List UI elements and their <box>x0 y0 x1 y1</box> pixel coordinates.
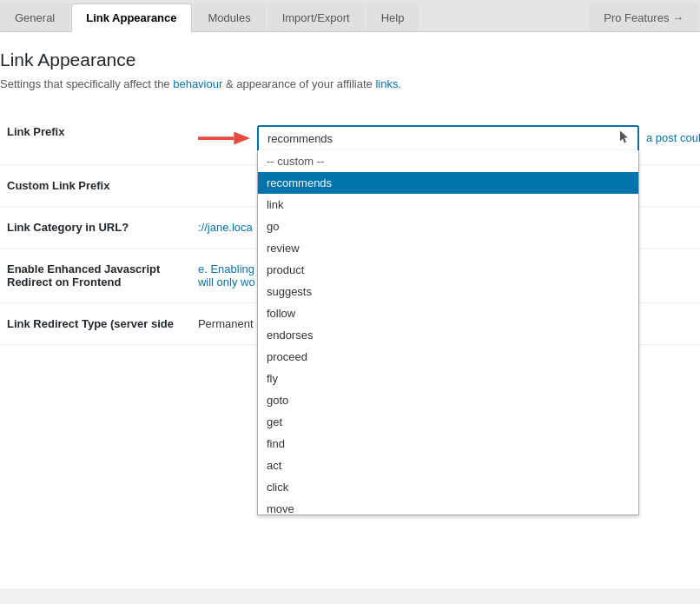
links-link[interactable]: links <box>375 77 398 90</box>
dropdown-item-act[interactable]: act <box>258 455 638 476</box>
red-arrow-icon <box>198 128 250 149</box>
page-content: Link Appearance Settings that specifical… <box>0 32 700 588</box>
dropdown-item-go[interactable]: go <box>258 216 638 237</box>
dropdown-item-fly[interactable]: fly <box>258 368 638 389</box>
description-text-1: Settings that specifically affect the <box>0 77 173 90</box>
link-redirect-type-label: Link Redirect Type (server side <box>0 303 191 345</box>
enhanced-javascript-right-text: e. Enabling will only wo <box>198 262 255 289</box>
dropdown-item-recommends[interactable]: recommends <box>258 172 638 194</box>
link-prefix-field: recommends -- custom -- <box>191 111 700 165</box>
tab-pro-features[interactable]: Pro Features → <box>589 3 698 31</box>
dropdown-item-move[interactable]: move <box>258 498 638 515</box>
description-text-2: & appearance of your affiliate <box>222 77 375 90</box>
link-prefix-right-text: a post coul <box>646 131 700 144</box>
svg-marker-1 <box>234 131 250 144</box>
link-category-label: Link Category in URL? <box>0 207 191 249</box>
link-category-right-text: ://jane.loca <box>198 221 253 234</box>
enhanced-javascript-label: Enable Enhanced Javascript Redirect on F… <box>0 249 191 303</box>
dropdown-item-goto[interactable]: goto <box>258 389 638 411</box>
behaviour-link[interactable]: behaviour <box>173 77 222 90</box>
custom-link-prefix-label: Custom Link Prefix <box>0 165 191 207</box>
link-prefix-select[interactable]: recommends <box>257 125 639 150</box>
dropdown-item-find[interactable]: find <box>258 433 638 455</box>
page-description: Settings that specifically affect the be… <box>0 77 686 90</box>
dropdown-item-proceed[interactable]: proceed <box>258 346 638 368</box>
link-prefix-select-wrapper[interactable]: recommends -- custom -- <box>257 125 639 150</box>
dropdown-item-click[interactable]: click <box>258 476 638 498</box>
tab-import-export[interactable]: Import/Export <box>267 3 365 31</box>
dropdown-item-link[interactable]: link <box>258 194 638 216</box>
dropdown-item-endorses[interactable]: endorses <box>258 324 638 346</box>
tab-modules[interactable]: Modules <box>194 3 266 31</box>
dropdown-item-custom[interactable]: -- custom -- <box>258 150 638 172</box>
page-title: Link Appearance <box>0 50 686 70</box>
link-prefix-label: Link Prefix <box>0 111 191 165</box>
link-prefix-row: Link Prefix recommends <box>0 111 700 165</box>
select-current-value: recommends <box>267 132 333 145</box>
dropdown-item-follow[interactable]: follow <box>258 302 638 324</box>
dropdown-item-review[interactable]: review <box>258 237 638 259</box>
description-text-3: . <box>398 77 401 90</box>
arrow-container: recommends -- custom -- <box>198 125 700 150</box>
dropdown-item-product[interactable]: product <box>258 259 638 281</box>
settings-table: Link Prefix recommends <box>0 111 700 345</box>
dropdown-item-get[interactable]: get <box>258 411 638 433</box>
dropdown-item-suggests[interactable]: suggests <box>258 281 638 302</box>
link-redirect-type-value: Permanent <box>198 317 254 330</box>
tab-bar: General Link Appearance Modules Import/E… <box>0 0 700 32</box>
tab-help[interactable]: Help <box>367 3 419 31</box>
tab-link-appearance[interactable]: Link Appearance <box>71 3 191 32</box>
link-prefix-dropdown[interactable]: -- custom -- recommends link go review p… <box>257 150 639 515</box>
tab-general[interactable]: General <box>0 3 69 31</box>
